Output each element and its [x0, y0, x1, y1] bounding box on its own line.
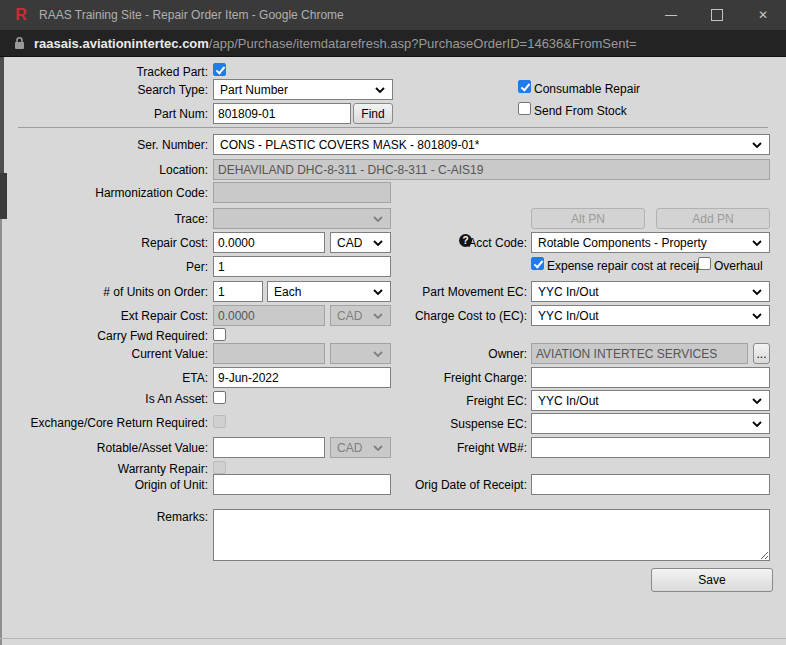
ser-number-select[interactable]: CONS - PLASTIC COVERS MASK - 801809-01* — [213, 134, 770, 155]
raas-favicon-icon: R — [13, 7, 29, 23]
chevron-down-icon — [752, 142, 762, 148]
acct-code-select[interactable]: Rotable Components - Property — [531, 232, 770, 253]
repair-cost-label: Repair Cost: — [0, 236, 208, 250]
location-input — [213, 159, 770, 180]
acct-code-label: Acct Code: — [280, 236, 527, 250]
charge-cost-to-ec-select[interactable]: YYC In/Out — [531, 305, 770, 326]
remarks-label: Remarks: — [0, 510, 208, 524]
part-num-label: Part Num: — [0, 107, 208, 121]
freight-ec-select[interactable]: YYC In/Out — [531, 390, 770, 411]
freight-charge-input[interactable] — [531, 367, 770, 388]
remarks-textarea[interactable] — [213, 509, 770, 561]
orig-date-of-receipt-input[interactable] — [531, 474, 770, 495]
owner-input — [531, 343, 748, 364]
tracked-part-label: Tracked Part: — [0, 65, 208, 79]
warranty-repair-label: Warranty Repair: — [0, 462, 208, 476]
harmonization-code-label: Harmonization Code: — [0, 186, 208, 200]
orig-date-of-receipt-label: Orig Date of Receipt: — [280, 478, 527, 492]
url-path: /app/Purchase/itemdatarefresh.asp?Purcha… — [209, 36, 637, 51]
address-text: raasais.aviationintertec.com/app/Purchas… — [34, 36, 637, 51]
part-movement-ec-label: Part Movement EC: — [280, 285, 527, 299]
chevron-down-icon — [752, 289, 762, 295]
search-type-label: Search Type: — [0, 83, 208, 97]
chevron-down-icon — [373, 216, 383, 222]
exchange-core-return-checkbox — [213, 415, 226, 428]
chevron-down-icon — [752, 421, 762, 427]
owner-browse-button[interactable]: ... — [753, 343, 770, 364]
page-content: Tracked Part: Search Type: Part Number C… — [0, 57, 786, 645]
units-on-order-input[interactable] — [213, 281, 263, 302]
suspense-ec-label: Suspense EC: — [280, 417, 527, 431]
owner-label: Owner: — [280, 347, 527, 361]
rotable-asset-value-label: Rotable/Asset Value: — [0, 441, 208, 455]
close-icon[interactable]: ✕ — [740, 0, 786, 30]
save-button[interactable]: Save — [651, 568, 773, 592]
maximize-icon[interactable] — [694, 0, 740, 30]
freight-wb-input[interactable] — [531, 437, 770, 458]
window-edge-artifact — [0, 219, 2, 645]
carry-fwd-required-checkbox[interactable] — [213, 328, 226, 341]
expense-repair-label: Expense repair cost at receipt — [547, 259, 706, 273]
window-title: RAAS Training Site - Repair Order Item -… — [39, 8, 344, 22]
section-divider — [18, 127, 768, 128]
per-input[interactable] — [213, 256, 391, 277]
lock-icon[interactable] — [14, 36, 25, 50]
harmonization-code-input — [213, 182, 391, 203]
freight-wb-label: Freight WB#: — [280, 441, 527, 455]
expense-repair-checkbox[interactable] — [531, 257, 544, 270]
send-from-stock-label: Send From Stock — [534, 104, 627, 118]
window-bottom-edge — [0, 638, 786, 639]
eta-label: ETA: — [0, 371, 208, 385]
is-an-asset-checkbox[interactable] — [213, 391, 226, 404]
tracked-part-checkbox[interactable] — [213, 63, 226, 76]
carry-fwd-required-label: Carry Fwd Required: — [0, 329, 208, 343]
charge-cost-to-ec-label: Charge Cost to (EC): — [280, 309, 527, 323]
consumable-repair-checkbox[interactable] — [518, 80, 531, 93]
trace-label: Trace: — [0, 212, 208, 226]
consumable-repair-label: Consumable Repair — [534, 82, 640, 96]
is-an-asset-label: Is An Asset: — [0, 392, 208, 406]
suspense-ec-select[interactable] — [531, 413, 770, 434]
title-bar: R RAAS Training Site - Repair Order Item… — [0, 0, 786, 30]
minimize-icon[interactable]: — — [648, 0, 694, 30]
freight-ec-label: Freight EC: — [280, 394, 527, 408]
trace-select — [213, 208, 391, 229]
add-pn-button: Add PN — [656, 208, 770, 229]
chevron-down-icon — [752, 240, 762, 246]
chevron-down-icon — [752, 313, 762, 319]
part-num-input[interactable] — [213, 103, 351, 124]
chevron-down-icon — [375, 87, 385, 93]
window-controls: — ✕ — [648, 0, 786, 30]
send-from-stock-checkbox[interactable] — [518, 102, 531, 115]
chevron-down-icon — [752, 398, 762, 404]
ser-number-label: Ser. Number: — [0, 138, 208, 152]
per-label: Per: — [0, 260, 208, 274]
browser-window: R RAAS Training Site - Repair Order Item… — [0, 0, 786, 645]
ext-repair-cost-label: Ext Repair Cost: — [0, 309, 208, 323]
origin-of-unit-label: Origin of Unit: — [0, 478, 208, 492]
search-type-select[interactable]: Part Number — [213, 79, 393, 100]
exchange-core-return-label: Exchange/Core Return Required: — [0, 416, 208, 430]
location-label: Location: — [0, 163, 208, 177]
overhaul-label: Overhaul — [714, 259, 763, 273]
overhaul-checkbox[interactable] — [698, 257, 711, 270]
freight-charge-label: Freight Charge: — [280, 371, 527, 385]
part-movement-ec-select[interactable]: YYC In/Out — [531, 281, 770, 302]
url-bar[interactable]: raasais.aviationintertec.com/app/Purchas… — [0, 30, 786, 57]
warranty-repair-checkbox — [213, 461, 226, 474]
current-value-label: Current Value: — [0, 347, 208, 361]
alt-pn-button: Alt PN — [531, 208, 645, 229]
units-on-order-label: # of Units on Order: — [0, 285, 208, 299]
find-button[interactable]: Find — [353, 103, 393, 124]
url-domain: raasais.aviationintertec.com — [34, 36, 209, 51]
